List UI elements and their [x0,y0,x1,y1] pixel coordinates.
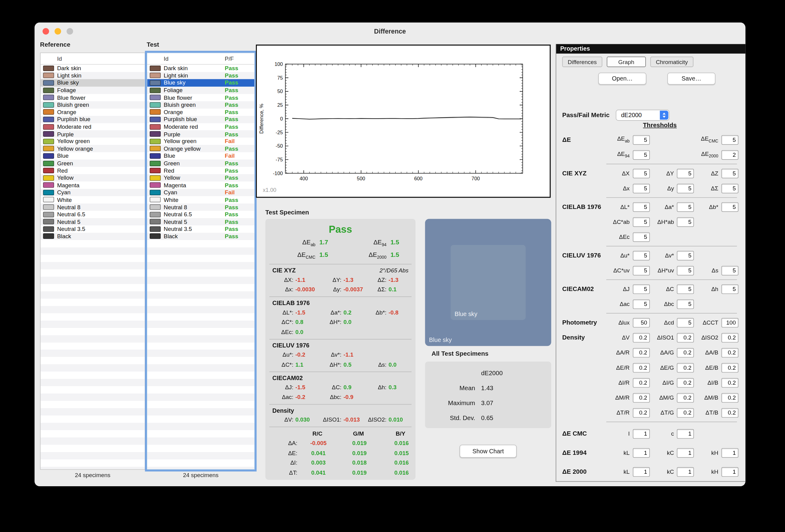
specimen-row[interactable]: Neutral 8Pass [147,203,254,211]
threshold-input[interactable] [633,251,650,260]
threshold-input[interactable] [677,393,694,402]
threshold-input[interactable] [677,467,694,477]
tab-chromaticity[interactable]: Chromaticity [650,57,693,67]
threshold-input[interactable] [721,378,738,387]
threshold-input[interactable] [677,348,694,357]
specimen-row[interactable]: Blue flower [41,94,145,101]
threshold-input[interactable] [633,408,650,417]
threshold-input[interactable] [721,348,738,357]
threshold-input[interactable] [677,318,694,327]
threshold-input[interactable] [677,169,694,178]
save-button[interactable]: Save… [667,73,715,84]
specimen-row[interactable]: Dark skin [41,65,145,72]
specimen-row[interactable]: Moderate redPass [147,123,254,130]
threshold-input[interactable] [633,378,650,387]
threshold-input[interactable] [677,284,694,294]
specimen-row[interactable]: WhitePass [147,196,254,203]
threshold-input[interactable] [633,363,650,372]
specimen-row[interactable]: Bluish green [41,101,145,109]
specimen-row[interactable]: Red [41,167,145,174]
specimen-row[interactable]: RedPass [147,167,254,174]
specimen-row[interactable]: Foliage [41,86,145,94]
specimen-row[interactable]: Light skinPass [147,72,254,79]
specimen-row[interactable]: Purplish blue [41,116,145,123]
specimen-row[interactable]: Purplish bluePass [147,116,254,123]
specimen-row[interactable]: Orange yellowPass [147,145,254,152]
threshold-input[interactable] [721,333,738,342]
threshold-input[interactable] [633,429,650,438]
threshold-input[interactable] [721,169,738,178]
threshold-input[interactable] [677,202,694,211]
threshold-input[interactable] [633,318,650,327]
tab-differences[interactable]: Differences [562,57,602,67]
threshold-input[interactable] [633,135,650,144]
threshold-input[interactable] [721,184,738,193]
specimen-row[interactable]: Light skin [41,72,145,79]
tab-graph[interactable]: Graph [607,57,646,67]
threshold-input[interactable] [633,299,650,309]
specimen-row[interactable]: CyanFail [147,189,254,196]
specimen-row[interactable]: OrangePass [147,109,254,116]
specimen-row[interactable]: Neutral 5 [41,218,145,225]
specimen-row[interactable]: Neutral 3.5 [41,225,145,233]
threshold-input[interactable] [677,299,694,309]
threshold-input[interactable] [633,333,650,342]
threshold-input[interactable] [633,393,650,402]
specimen-row[interactable]: MagentaPass [147,181,254,189]
specimen-row[interactable]: Bluish greenPass [147,101,254,109]
threshold-input[interactable] [721,284,738,294]
threshold-input[interactable] [721,393,738,402]
specimen-row[interactable]: Cyan [41,189,145,196]
threshold-input[interactable] [677,217,694,227]
threshold-input[interactable] [633,202,650,211]
threshold-input[interactable] [633,448,650,457]
specimen-row[interactable]: Yellow green [41,137,145,145]
specimen-row[interactable]: BlackPass [147,233,254,240]
threshold-input[interactable] [721,266,738,275]
metric-dropdown[interactable]: dE2000 [615,109,669,121]
threshold-input[interactable] [721,135,738,144]
specimen-row[interactable]: BlueFail [147,152,254,159]
specimen-row[interactable]: Yellow greenFail [147,137,254,145]
specimen-row[interactable]: PurplePass [147,130,254,137]
threshold-input[interactable] [633,348,650,357]
specimen-row[interactable]: Magenta [41,181,145,189]
threshold-input[interactable] [677,429,694,438]
specimen-row[interactable]: Purple [41,130,145,137]
specimen-row[interactable]: Neutral 6.5Pass [147,211,254,218]
threshold-input[interactable] [633,266,650,275]
specimen-row[interactable]: Green [41,159,145,167]
specimen-row[interactable]: Neutral 3.5Pass [147,225,254,233]
specimen-row[interactable]: Yellow [41,174,145,181]
threshold-input[interactable] [677,333,694,342]
titlebar[interactable]: Difference [34,23,745,40]
specimen-row[interactable]: YellowPass [147,174,254,181]
specimen-row[interactable]: Neutral 5Pass [147,218,254,225]
threshold-input[interactable] [721,318,738,327]
threshold-input[interactable] [633,232,650,242]
specimen-row[interactable]: Orange [41,109,145,116]
threshold-input[interactable] [677,184,694,193]
specimen-row[interactable]: Neutral 8 [41,203,145,211]
specimen-row[interactable]: Blue skyPass [147,79,254,86]
threshold-input[interactable] [677,448,694,457]
threshold-input[interactable] [677,363,694,372]
threshold-input[interactable] [721,363,738,372]
threshold-input[interactable] [677,378,694,387]
specimen-row[interactable]: Dark skinPass [147,65,254,72]
threshold-input[interactable] [633,150,650,159]
specimen-row[interactable]: FoliagePass [147,86,254,94]
specimen-row[interactable]: Neutral 6.5 [41,211,145,218]
specimen-row[interactable]: GreenPass [147,159,254,167]
threshold-input[interactable] [633,284,650,294]
specimen-row[interactable]: Black [41,233,145,240]
threshold-input[interactable] [721,408,738,417]
specimen-row[interactable]: Blue flowerPass [147,94,254,101]
threshold-input[interactable] [721,202,738,211]
specimen-row[interactable]: Blue sky [41,79,145,86]
threshold-input[interactable] [633,217,650,227]
show-chart-button[interactable]: Show Chart [460,445,516,458]
specimen-row[interactable]: Yellow orange [41,145,145,152]
threshold-input[interactable] [721,150,738,159]
threshold-input[interactable] [721,467,738,477]
